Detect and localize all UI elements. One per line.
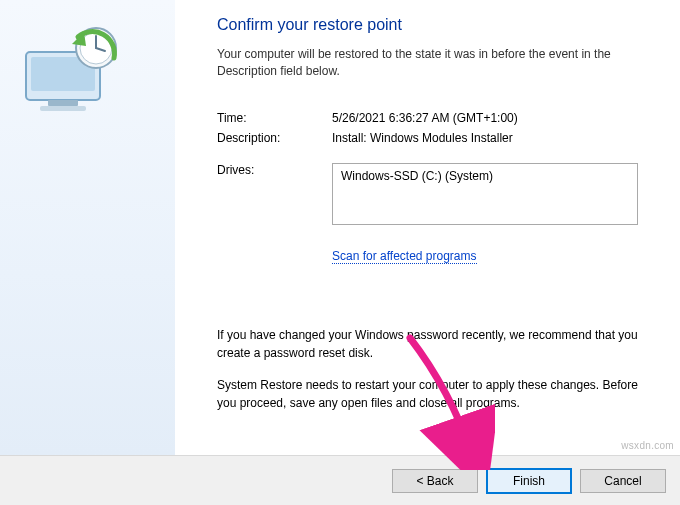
wizard-button-bar: < Back Finish Cancel xyxy=(0,455,680,505)
intro-text: Your computer will be restored to the st… xyxy=(217,46,647,81)
scan-affected-programs-link[interactable]: Scan for affected programs xyxy=(332,249,477,264)
system-restore-icon xyxy=(18,22,128,117)
drives-label: Drives: xyxy=(217,163,332,225)
watermark: wsxdn.com xyxy=(621,440,674,451)
finish-button[interactable]: Finish xyxy=(486,468,572,494)
main-area: Confirm your restore point Your computer… xyxy=(0,0,680,455)
password-notice: If you have changed your Windows passwor… xyxy=(217,326,656,362)
description-value: Install: Windows Modules Installer xyxy=(332,131,656,145)
svg-rect-2 xyxy=(48,100,78,106)
drives-listbox[interactable]: Windows-SSD (C:) (System) xyxy=(332,163,638,225)
description-label: Description: xyxy=(217,131,332,145)
back-button[interactable]: < Back xyxy=(392,469,478,493)
time-label: Time: xyxy=(217,111,332,125)
sidebar xyxy=(0,0,175,455)
cancel-button[interactable]: Cancel xyxy=(580,469,666,493)
time-value: 5/26/2021 6:36:27 AM (GMT+1:00) xyxy=(332,111,656,125)
page-title: Confirm your restore point xyxy=(217,16,656,34)
drives-item: Windows-SSD (C:) (System) xyxy=(341,169,493,183)
content-panel: Confirm your restore point Your computer… xyxy=(175,0,680,455)
svg-rect-3 xyxy=(40,106,86,111)
restart-notice: System Restore needs to restart your com… xyxy=(217,376,656,412)
restore-details: Time: 5/26/2021 6:36:27 AM (GMT+1:00) De… xyxy=(217,111,656,225)
